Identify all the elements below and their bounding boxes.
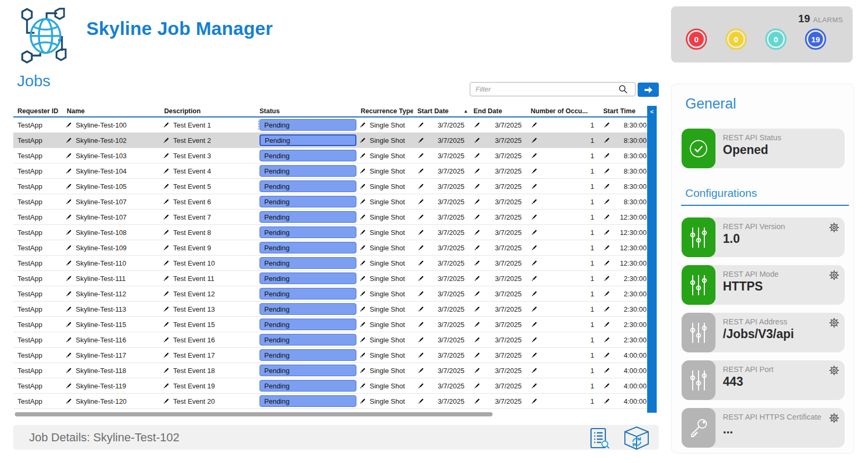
status-badge[interactable]: Pending <box>259 273 356 284</box>
sort-ascending-icon[interactable]: ▲ <box>463 108 468 114</box>
edit-icon[interactable] <box>473 137 480 144</box>
edit-icon[interactable] <box>65 383 72 389</box>
edit-icon[interactable] <box>531 168 538 175</box>
search-icon[interactable] <box>619 85 628 94</box>
edit-icon[interactable] <box>603 137 610 144</box>
status-badge[interactable]: Pending <box>259 380 356 392</box>
edit-icon[interactable] <box>531 290 538 297</box>
filter-input[interactable] <box>470 82 636 96</box>
column-header-end-date[interactable]: End Date <box>469 106 526 116</box>
edit-icon[interactable] <box>359 383 366 389</box>
edit-icon[interactable] <box>359 306 366 313</box>
edit-icon[interactable] <box>359 168 366 175</box>
status-badge[interactable]: Pending <box>259 150 356 161</box>
edit-icon[interactable] <box>531 398 538 405</box>
edit-icon[interactable] <box>163 290 169 297</box>
edit-icon[interactable] <box>603 275 610 282</box>
gear-icon[interactable] <box>829 222 839 233</box>
table-row[interactable]: TestApp Skyline-Test-109 Test Event 9 Pe… <box>13 240 647 256</box>
edit-icon[interactable] <box>417 198 424 205</box>
edit-icon[interactable] <box>65 398 72 405</box>
edit-icon[interactable] <box>473 352 480 359</box>
table-row[interactable]: TestApp Skyline-Test-105 Test Event 5 Pe… <box>13 179 647 194</box>
edit-icon[interactable] <box>603 398 610 405</box>
edit-icon[interactable] <box>65 260 72 267</box>
edit-icon[interactable] <box>359 214 366 221</box>
status-badge[interactable]: Pending <box>259 303 356 315</box>
table-row[interactable]: TestApp Skyline-Test-108 Test Event 8 Pe… <box>13 225 647 240</box>
column-header-description[interactable]: Description <box>160 106 255 116</box>
edit-icon[interactable] <box>603 229 610 236</box>
column-header-occurrences[interactable]: Number of Occu... <box>526 106 599 116</box>
edit-icon[interactable] <box>163 214 169 221</box>
table-row[interactable]: TestApp Skyline-Test-100 Test Event 1 Pe… <box>13 117 647 133</box>
edit-icon[interactable] <box>603 383 610 389</box>
horizontal-scrollbar[interactable] <box>13 411 647 417</box>
edit-icon[interactable] <box>417 214 424 221</box>
table-row[interactable]: TestApp Skyline-Test-117 Test Event 17 P… <box>13 348 647 363</box>
edit-icon[interactable] <box>163 168 169 175</box>
edit-icon[interactable] <box>603 290 610 297</box>
edit-icon[interactable] <box>603 352 610 359</box>
edit-icon[interactable] <box>417 244 424 251</box>
edit-icon[interactable] <box>163 198 169 205</box>
edit-icon[interactable] <box>473 275 480 282</box>
edit-icon[interactable] <box>531 183 538 190</box>
alarm-counter-warning[interactable]: 19 <box>805 29 826 50</box>
edit-icon[interactable] <box>531 306 538 313</box>
edit-icon[interactable] <box>163 398 169 405</box>
status-badge[interactable]: Pending <box>259 288 356 299</box>
edit-icon[interactable] <box>473 229 480 236</box>
edit-icon[interactable] <box>417 383 424 389</box>
column-header-name[interactable]: Name <box>62 106 160 116</box>
edit-icon[interactable] <box>417 168 424 175</box>
edit-icon[interactable] <box>603 337 610 343</box>
status-badge[interactable]: Pending <box>259 134 356 146</box>
edit-icon[interactable] <box>417 229 424 236</box>
column-header-requester-id[interactable]: Requester ID <box>13 106 62 116</box>
table-row[interactable]: TestApp Skyline-Test-116 Test Event 16 P… <box>13 332 647 348</box>
edit-icon[interactable] <box>163 275 169 282</box>
edit-icon[interactable] <box>163 321 169 328</box>
gear-icon[interactable] <box>829 317 839 328</box>
table-row[interactable]: TestApp Skyline-Test-111 Test Event 11 P… <box>13 271 647 286</box>
edit-icon[interactable] <box>359 398 366 405</box>
edit-icon[interactable] <box>163 337 169 343</box>
edit-icon[interactable] <box>359 198 366 205</box>
status-badge[interactable]: Pending <box>259 365 356 376</box>
column-header-recurrence-type[interactable]: Recurrence Type <box>356 106 413 116</box>
edit-icon[interactable] <box>531 337 538 343</box>
edit-icon[interactable] <box>417 367 424 374</box>
edit-icon[interactable] <box>417 290 424 297</box>
edit-icon[interactable] <box>163 352 169 359</box>
gear-icon[interactable] <box>829 270 839 280</box>
edit-icon[interactable] <box>359 229 366 236</box>
edit-icon[interactable] <box>473 244 480 251</box>
edit-icon[interactable] <box>163 367 169 374</box>
edit-icon[interactable] <box>65 367 72 374</box>
table-row[interactable]: TestApp Skyline-Test-107 Test Event 6 Pe… <box>13 194 647 210</box>
edit-icon[interactable] <box>417 152 424 159</box>
edit-icon[interactable] <box>65 337 72 343</box>
edit-icon[interactable] <box>603 152 610 159</box>
edit-icon[interactable] <box>163 383 169 389</box>
column-header-start-date[interactable]: Start Date ▲ <box>413 106 469 116</box>
edit-icon[interactable] <box>473 214 480 221</box>
edit-icon[interactable] <box>359 137 366 144</box>
edit-icon[interactable] <box>359 122 366 129</box>
edit-icon[interactable] <box>603 168 610 175</box>
table-row[interactable]: TestApp Skyline-Test-110 Test Event 10 P… <box>13 256 647 271</box>
edit-icon[interactable] <box>417 183 424 190</box>
edit-icon[interactable] <box>417 306 424 313</box>
table-row[interactable]: TestApp Skyline-Test-120 Test Event 20 P… <box>13 394 647 409</box>
edit-icon[interactable] <box>417 260 424 267</box>
edit-icon[interactable] <box>531 198 538 205</box>
status-badge[interactable]: Pending <box>259 165 356 177</box>
status-badge[interactable]: Pending <box>259 334 356 346</box>
table-row[interactable]: TestApp Skyline-Test-118 Test Event 18 P… <box>13 363 647 378</box>
status-badge[interactable]: Pending <box>259 395 356 407</box>
status-badge[interactable]: Pending <box>259 242 356 253</box>
status-badge[interactable]: Pending <box>259 349 356 361</box>
edit-icon[interactable] <box>359 290 366 297</box>
edit-icon[interactable] <box>531 122 538 129</box>
